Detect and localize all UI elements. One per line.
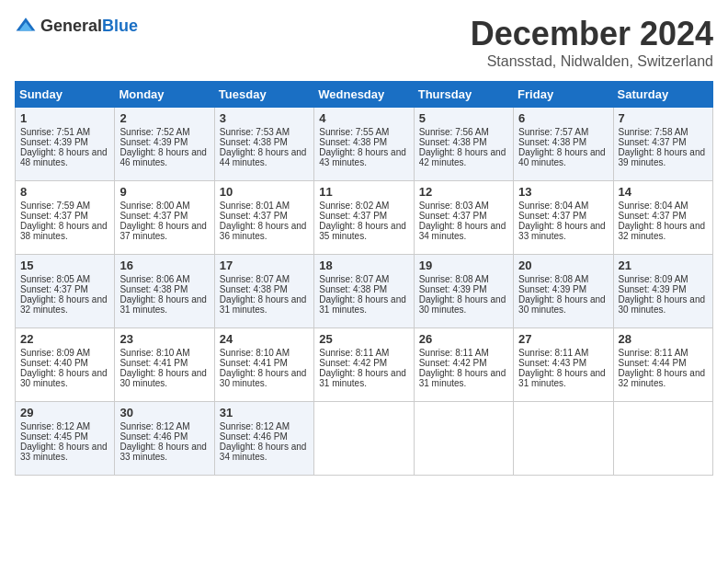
day-number: 27 [518,332,608,346]
sunset-text: Sunset: 4:44 PM [619,358,687,368]
day-number: 6 [518,111,608,125]
daylight-text: Daylight: 8 hours and 33 minutes. [20,442,108,462]
day-number: 26 [419,332,508,346]
calendar-cell: 3Sunrise: 7:53 AMSunset: 4:38 PMDaylight… [214,108,313,181]
sunset-text: Sunset: 4:37 PM [419,211,487,221]
sunrise-text: Sunrise: 7:59 AM [20,201,90,211]
calendar-cell: 26Sunrise: 8:11 AMSunset: 4:42 PMDayligh… [414,328,513,402]
day-number: 31 [220,406,309,419]
daylight-text: Daylight: 8 hours and 31 minutes. [518,368,606,388]
sunset-text: Sunset: 4:37 PM [20,211,88,221]
day-number: 7 [619,111,708,125]
sunrise-text: Sunrise: 8:10 AM [119,348,189,358]
sunrise-text: Sunrise: 8:04 AM [518,201,588,211]
day-number: 4 [319,111,408,125]
daylight-text: Daylight: 8 hours and 35 minutes. [319,221,406,241]
sunset-text: Sunset: 4:45 PM [20,431,88,442]
calendar-cell [613,402,712,476]
sunrise-text: Sunrise: 8:12 AM [20,421,90,431]
daylight-text: Daylight: 8 hours and 48 minutes. [20,147,108,167]
daylight-text: Daylight: 8 hours and 30 minutes. [518,294,606,315]
sunrise-text: Sunrise: 7:55 AM [319,127,389,137]
sunrise-text: Sunrise: 8:06 AM [119,274,189,284]
daylight-text: Daylight: 8 hours and 44 minutes. [220,147,307,167]
calendar-table: SundayMondayTuesdayWednesdayThursdayFrid… [15,81,713,476]
sunset-text: Sunset: 4:46 PM [220,431,288,442]
sunrise-text: Sunrise: 8:11 AM [619,348,688,358]
day-number: 20 [518,259,608,272]
sunrise-text: Sunrise: 8:11 AM [419,348,489,358]
sunrise-text: Sunrise: 8:11 AM [518,348,588,358]
logo-text-blue: Blue [102,17,138,35]
calendar-week-row: 1Sunrise: 7:51 AMSunset: 4:39 PMDaylight… [16,108,713,181]
sunset-text: Sunset: 4:39 PM [20,137,88,147]
sunrise-text: Sunrise: 8:11 AM [319,348,389,358]
sunset-text: Sunset: 4:38 PM [518,137,586,147]
daylight-text: Daylight: 8 hours and 30 minutes. [20,368,108,388]
daylight-text: Daylight: 8 hours and 32 minutes. [619,221,706,241]
day-number: 14 [619,185,708,199]
calendar-cell: 11Sunrise: 8:02 AMSunset: 4:37 PMDayligh… [314,181,414,255]
day-number: 2 [119,111,209,125]
sunrise-text: Sunrise: 8:03 AM [419,201,489,211]
sunset-text: Sunset: 4:42 PM [419,358,487,368]
day-number: 16 [119,259,209,272]
day-number: 19 [419,259,508,272]
sunset-text: Sunset: 4:41 PM [119,358,188,368]
sunrise-text: Sunrise: 8:07 AM [220,274,290,284]
column-header-friday: Friday [514,82,613,108]
daylight-text: Daylight: 8 hours and 30 minutes. [119,368,207,388]
sunset-text: Sunset: 4:37 PM [119,211,188,221]
sunset-text: Sunset: 4:39 PM [619,284,687,294]
calendar-cell: 5Sunrise: 7:56 AMSunset: 4:38 PMDaylight… [414,108,513,181]
calendar-cell: 4Sunrise: 7:55 AMSunset: 4:38 PMDaylight… [314,108,414,181]
sunrise-text: Sunrise: 8:10 AM [220,348,290,358]
day-number: 11 [319,185,408,199]
column-header-sunday: Sunday [16,82,115,108]
daylight-text: Daylight: 8 hours and 34 minutes. [419,221,506,241]
sunset-text: Sunset: 4:42 PM [319,358,387,368]
daylight-text: Daylight: 8 hours and 31 minutes. [119,294,207,315]
calendar-cell [514,402,613,476]
sunrise-text: Sunrise: 7:52 AM [119,127,189,137]
calendar-cell: 21Sunrise: 8:09 AMSunset: 4:39 PMDayligh… [613,255,712,328]
sunrise-text: Sunrise: 8:09 AM [619,274,688,284]
logo: GeneralBlue [15,15,138,37]
daylight-text: Daylight: 8 hours and 31 minutes. [319,368,406,388]
daylight-text: Daylight: 8 hours and 33 minutes. [119,442,207,462]
title-area: December 2024 Stansstad, Nidwalden, Swit… [471,15,713,70]
calendar-week-row: 29Sunrise: 8:12 AMSunset: 4:45 PMDayligh… [16,402,713,476]
day-number: 15 [20,259,109,272]
sunset-text: Sunset: 4:40 PM [20,358,88,368]
daylight-text: Daylight: 8 hours and 31 minutes. [419,368,506,388]
day-number: 24 [220,332,309,346]
sunrise-text: Sunrise: 7:56 AM [419,127,489,137]
daylight-text: Daylight: 8 hours and 39 minutes. [619,147,706,167]
calendar-cell: 19Sunrise: 8:08 AMSunset: 4:39 PMDayligh… [414,255,513,328]
calendar-cell: 7Sunrise: 7:58 AMSunset: 4:37 PMDaylight… [613,108,712,181]
day-number: 3 [220,111,309,125]
daylight-text: Daylight: 8 hours and 30 minutes. [619,294,706,315]
calendar-cell: 18Sunrise: 8:07 AMSunset: 4:38 PMDayligh… [314,255,414,328]
sunrise-text: Sunrise: 8:08 AM [518,274,588,284]
sunset-text: Sunset: 4:39 PM [419,284,487,294]
calendar-cell: 22Sunrise: 8:09 AMSunset: 4:40 PMDayligh… [16,328,115,402]
sunrise-text: Sunrise: 8:08 AM [419,274,489,284]
sunset-text: Sunset: 4:37 PM [619,137,687,147]
calendar-cell: 28Sunrise: 8:11 AMSunset: 4:44 PMDayligh… [613,328,712,402]
column-header-saturday: Saturday [613,82,712,108]
daylight-text: Daylight: 8 hours and 36 minutes. [220,221,307,241]
sunset-text: Sunset: 4:38 PM [220,284,288,294]
sunrise-text: Sunrise: 7:58 AM [619,127,688,137]
calendar-week-row: 8Sunrise: 7:59 AMSunset: 4:37 PMDaylight… [16,181,713,255]
day-number: 30 [119,406,209,419]
daylight-text: Daylight: 8 hours and 31 minutes. [319,294,406,315]
calendar-subtitle: Stansstad, Nidwalden, Switzerland [471,53,713,70]
sunrise-text: Sunrise: 8:09 AM [20,348,90,358]
calendar-cell: 9Sunrise: 8:00 AMSunset: 4:37 PMDaylight… [115,181,214,255]
sunrise-text: Sunrise: 8:05 AM [20,274,90,284]
calendar-cell: 13Sunrise: 8:04 AMSunset: 4:37 PMDayligh… [514,181,613,255]
daylight-text: Daylight: 8 hours and 32 minutes. [20,294,108,315]
daylight-text: Daylight: 8 hours and 46 minutes. [119,147,207,167]
calendar-cell: 6Sunrise: 7:57 AMSunset: 4:38 PMDaylight… [514,108,613,181]
